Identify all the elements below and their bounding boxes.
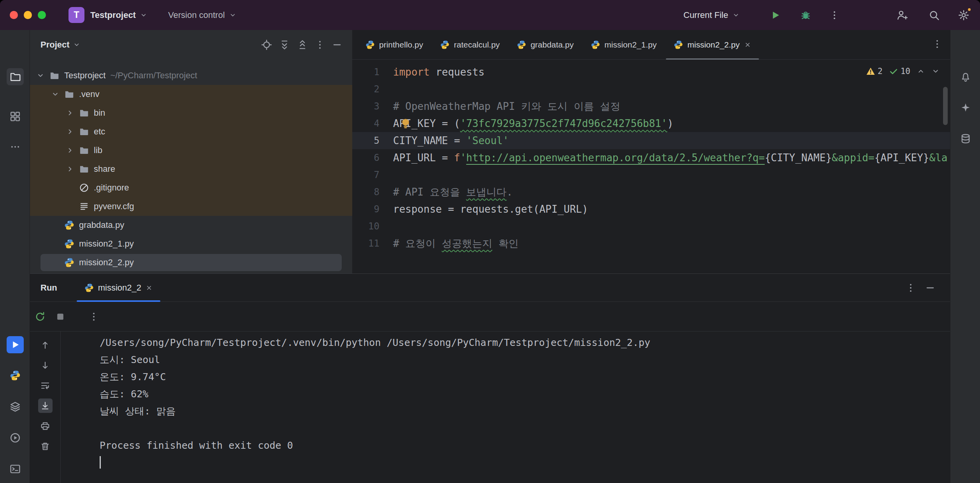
chevron-down-icon[interactable] [48,90,63,99]
close-window-button[interactable] [10,11,18,19]
folder-icon [64,89,74,99]
python-packages-tool-button[interactable] [7,367,24,384]
intention-bulb-icon[interactable] [400,117,411,129]
chevron-right-icon[interactable] [63,109,77,117]
debug-button[interactable] [797,7,814,24]
tree-item-.venv[interactable]: .venv [30,85,352,104]
run-configuration-selector[interactable]: Current File [683,0,740,30]
tree-item-label: pyvenv.cfg [94,201,134,212]
close-tab-icon[interactable] [744,41,751,48]
ai-assistant-button[interactable] [957,99,974,116]
scroll-up-icon[interactable] [38,338,53,352]
next-problem-icon[interactable] [931,67,940,76]
console-line: Process finished with exit code 0 [100,437,950,454]
code-line-9: 9response = requests.get(API_URL) [352,201,950,218]
hide-run-panel-icon[interactable] [925,283,935,293]
run-panel-header: Run mission2_2 [30,274,950,302]
python-file-icon [365,40,375,49]
vcs-widget-label: Version control [168,10,225,20]
tab-label: mission2_1.py [604,40,657,49]
tree-item-etc[interactable]: etc [30,122,352,141]
run-tab[interactable]: mission2_2 [77,274,160,301]
tree-item-label: .venv [79,89,100,99]
config-icon [79,201,89,212]
run-tool-window-button[interactable] [7,336,24,353]
warnings-indicator[interactable]: 2 [866,67,883,76]
code-line-4: 4API_KEY = ('73fc7929a3775c2f747d96c2427… [352,115,950,132]
minimize-window-button[interactable] [24,11,32,19]
console-line: 습도: 62% [100,385,950,402]
stop-button[interactable] [53,310,67,324]
expand-all-icon[interactable] [279,39,290,50]
editor-tab-ratecalcul.py[interactable]: ratecalcul.py [432,30,508,59]
add-user-button[interactable] [894,7,911,24]
chevron-down-icon[interactable] [33,71,48,80]
editor-tab-grabdata.py[interactable]: grabdata.py [508,30,582,59]
run-toolbar [30,302,950,331]
editor-zone: printhello.pyratecalcul.pygrabdata.pymis… [352,30,950,273]
passed-indicator[interactable]: 10 [889,67,910,76]
code-editor[interactable]: 1import requests23# OpenWeatherMap API 키… [352,60,950,273]
tab-label: ratecalcul.py [454,40,500,49]
tree-item-bin[interactable]: bin [30,104,352,122]
run-options-icon[interactable] [906,283,916,293]
project-widget[interactable]: Testproject [90,0,148,30]
tree-item-share[interactable]: share [30,160,352,178]
editor-tab-mission2_1.py[interactable]: mission2_1.py [582,30,665,59]
settings-button[interactable] [955,7,972,24]
tree-item-Testproject[interactable]: Testproject~/PyCharm/Testproject [30,66,352,85]
line-number: 8 [352,187,379,197]
zoom-window-button[interactable] [38,11,46,19]
hide-panel-icon[interactable] [332,40,342,50]
editor-scrollbar[interactable] [943,87,948,125]
database-tool-button[interactable] [957,130,974,147]
search-everywhere-button[interactable] [926,7,943,24]
more-tool-windows-button[interactable] [7,138,24,155]
vcs-widget[interactable]: Version control [168,0,237,30]
terminal-tool-button[interactable] [7,460,24,478]
more-actions-button[interactable] [826,7,843,24]
code-line-6: 6API_URL = f'http://api.openweathermap.o… [352,149,950,166]
soft-wrap-icon[interactable] [38,378,53,393]
collapse-all-icon[interactable] [297,39,308,50]
clear-console-icon[interactable] [38,439,53,453]
tree-item-mission2_1.py[interactable]: mission2_1.py [30,234,352,253]
services-tool-button[interactable] [7,398,24,415]
tab-list-more-icon[interactable] [932,39,942,51]
structure-tool-button[interactable] [7,108,24,125]
editor-tab-printhello.py[interactable]: printhello.py [357,30,432,59]
tree-item-pyvenv.cfg[interactable]: pyvenv.cfg [30,197,352,216]
titlebar: T Testproject Version control Current Fi… [0,0,980,30]
run-toolbar-more-icon[interactable] [87,310,101,324]
console-line: 도시: Seoul [100,351,950,368]
tree-item-mission2_2.py[interactable]: mission2_2.py [30,253,352,272]
code-line-10: 10 [352,218,950,235]
chevron-right-icon[interactable] [63,127,77,136]
project-panel-title-dropdown[interactable]: Project [40,40,81,50]
tree-item-grabdata.py[interactable]: grabdata.py [30,216,352,234]
scroll-down-icon[interactable] [38,358,53,372]
check-icon [889,67,898,76]
tree-item-label: Testproject [64,71,105,81]
console[interactable]: /Users/song/PyCharm/Testproject/.venv/bi… [61,331,950,483]
tree-item-.gitignore[interactable]: .gitignore [30,178,352,197]
right-tool-strip [950,30,980,483]
editor-tab-mission2_2.py[interactable]: mission2_2.py [665,30,759,59]
notifications-button[interactable] [957,68,974,85]
close-run-tab-icon[interactable] [146,284,153,291]
play-circle-tool-button[interactable] [7,429,24,446]
more-options-icon[interactable] [315,40,325,50]
line-number: 2 [352,84,379,95]
chevron-right-icon[interactable] [63,165,77,173]
previous-problem-icon[interactable] [917,67,925,76]
rerun-button[interactable] [33,310,47,324]
folder-icon [79,164,89,174]
chevron-right-icon[interactable] [63,146,77,155]
print-icon[interactable] [38,419,53,433]
locate-icon[interactable] [261,39,272,50]
scroll-to-end-icon[interactable] [38,398,53,413]
tree-item-lib[interactable]: lib [30,141,352,160]
run-button[interactable] [767,7,784,24]
project-avatar[interactable]: T [68,7,84,23]
project-tool-button[interactable] [7,68,24,85]
